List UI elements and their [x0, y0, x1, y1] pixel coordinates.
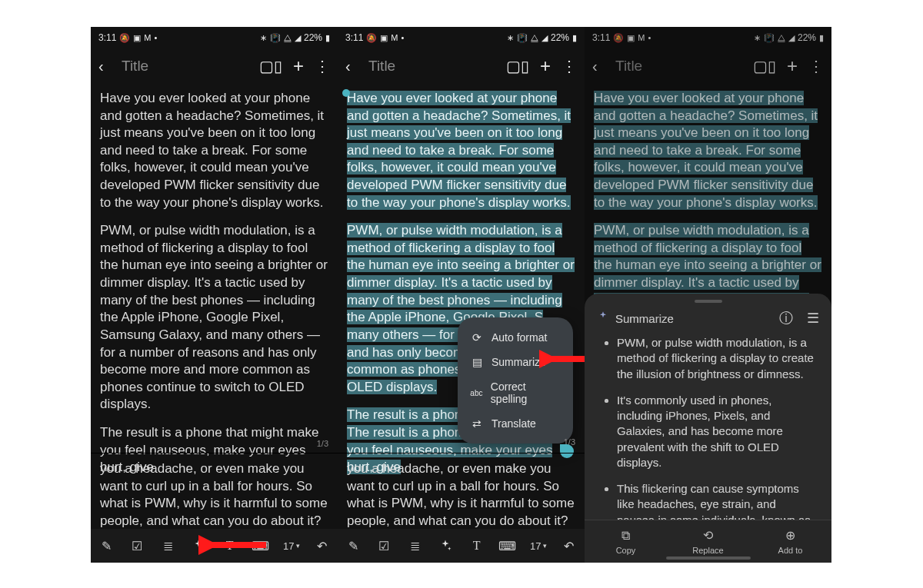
- phone-screenshot-1: 3:11 🔕 ▣ M • ∗ 📳 ⧋ ◢ 22% ▮ ‹ Title: [91, 27, 338, 563]
- menu-label: Correct spelling: [491, 380, 561, 405]
- drag-handle[interactable]: [695, 300, 722, 303]
- vibrate-icon: 📳: [270, 34, 281, 42]
- note-title-input[interactable]: Title: [611, 58, 753, 75]
- replace-icon: ⟲: [703, 528, 713, 543]
- note-title-input[interactable]: Title: [364, 58, 506, 75]
- copy-button[interactable]: ⧉ Copy: [585, 529, 667, 555]
- image-icon: ▣: [380, 34, 388, 42]
- bluetooth-icon: ∗: [754, 34, 761, 42]
- add-button[interactable]: +: [540, 55, 551, 77]
- battery-percent: 22%: [551, 32, 569, 43]
- status-bar: 3:11 🔕 ▣ M • ∗ 📳 ⧋ ◢ 22% ▮: [585, 27, 831, 48]
- add-to-label: Add to: [778, 546, 803, 555]
- add-button[interactable]: +: [787, 55, 798, 77]
- note-paragraph-1[interactable]: Have you ever looked at your phone and g…: [100, 90, 328, 211]
- mail-icon: M: [638, 34, 645, 42]
- translate-icon: ⇄: [470, 417, 484, 430]
- undo-button[interactable]: ↶: [558, 529, 581, 563]
- summarize-header: Summarize ⓘ ☰: [585, 306, 831, 335]
- text-style-button[interactable]: T: [465, 529, 488, 563]
- status-bar: 3:11 🔕 ▣ M • ∗ 📳 ⧋ ◢ 22% ▮: [338, 27, 585, 48]
- image-icon: ▣: [133, 34, 141, 42]
- menu-label: Summarize: [491, 356, 546, 368]
- list-format-button[interactable]: ☰: [807, 310, 819, 327]
- more-menu-button[interactable]: ⋮: [561, 57, 577, 75]
- undo-button[interactable]: ↶: [311, 529, 334, 563]
- menu-item-correct-spelling[interactable]: abc Correct spelling: [458, 374, 573, 411]
- signal-icon: ◢: [541, 34, 548, 42]
- mail-icon: M: [144, 34, 151, 42]
- auto-format-icon: ⟳: [470, 331, 484, 344]
- more-menu-button[interactable]: ⋮: [315, 57, 330, 75]
- font-button[interactable]: ⌨: [249, 529, 272, 563]
- ai-sparkle-icon: [597, 311, 609, 326]
- menu-item-summarize[interactable]: ▤ Summarize: [458, 350, 573, 374]
- note-header: ‹ Title ▢▯ + ⋮: [91, 48, 338, 84]
- reader-mode-icon[interactable]: ▢▯: [506, 57, 529, 75]
- spellcheck-icon: abc: [470, 389, 483, 397]
- text-align-button[interactable]: ≣: [403, 529, 426, 563]
- menu-item-translate[interactable]: ⇄ Translate: [458, 411, 573, 436]
- font-size-selector[interactable]: 17▾: [527, 529, 550, 563]
- silent-mode-icon: 🔕: [119, 34, 130, 42]
- ai-context-menu: ⟳ Auto format ▤ Summarize abc Correct sp…: [458, 317, 573, 443]
- status-time: 3:11: [98, 32, 116, 43]
- menu-label: Auto format: [491, 331, 547, 344]
- dot-icon: •: [402, 34, 405, 42]
- info-button[interactable]: ⓘ: [779, 309, 793, 327]
- ai-sparkle-button[interactable]: [187, 529, 210, 563]
- wifi-icon: ⧋: [284, 34, 292, 42]
- pen-tool-button[interactable]: ✎: [95, 529, 118, 563]
- note-body-upper[interactable]: Have you ever looked at your phone and g…: [91, 84, 338, 477]
- wifi-icon: ⧋: [778, 34, 785, 42]
- bluetooth-icon: ∗: [507, 34, 514, 42]
- checkbox-tool-button[interactable]: ☑: [372, 529, 395, 563]
- back-button[interactable]: ‹: [592, 58, 611, 75]
- replace-button[interactable]: ⟲ Replace: [668, 528, 749, 555]
- add-button[interactable]: +: [293, 55, 304, 77]
- tutorial-triptych: 3:11 🔕 ▣ M • ∗ 📳 ⧋ ◢ 22% ▮ ‹ Title: [0, 0, 923, 588]
- note-title-input[interactable]: Title: [117, 58, 259, 75]
- ai-sparkle-button[interactable]: [434, 529, 457, 563]
- note-body-upper-selected[interactable]: Have you ever looked at your phone and g…: [585, 84, 831, 327]
- format-toolbar: ✎ ☑ ≣ T ⌨ 17▾ ↶: [338, 529, 585, 563]
- back-button[interactable]: ‹: [98, 58, 117, 75]
- phone-screenshot-2: 3:11 🔕 ▣ M • ∗ 📳 ⧋ ◢ 22% ▮ ‹ Title: [338, 27, 585, 563]
- text-align-button[interactable]: ≣: [156, 529, 179, 563]
- font-size-selector[interactable]: 17▾: [280, 529, 303, 563]
- replace-label: Replace: [692, 546, 723, 555]
- bluetooth-icon: ∗: [260, 34, 267, 42]
- summary-content: PWM, or pulse width modulation, is a met…: [585, 335, 831, 520]
- silent-mode-icon: 🔕: [613, 34, 624, 42]
- text-style-button[interactable]: T: [218, 529, 242, 563]
- note-paragraph-1[interactable]: Have you ever looked at your phone and g…: [347, 90, 575, 211]
- note-paragraph-2[interactable]: PWM, or pulse width modulation, is a met…: [100, 222, 328, 414]
- reader-mode-icon[interactable]: ▢▯: [259, 57, 282, 75]
- font-button[interactable]: ⌨: [496, 529, 519, 563]
- reader-mode-icon[interactable]: ▢▯: [753, 57, 776, 75]
- summary-bullet-1: PWM, or pulse width modulation, is a met…: [617, 335, 815, 382]
- image-icon: ▣: [627, 34, 635, 42]
- more-menu-button[interactable]: ⋮: [808, 57, 824, 75]
- status-bar: 3:11 🔕 ▣ M • ∗ 📳 ⧋ ◢ 22% ▮: [91, 27, 338, 48]
- summarize-footer: ⧉ Copy ⟲ Replace ⊕ Add to: [585, 520, 831, 563]
- menu-item-auto-format[interactable]: ⟳ Auto format: [458, 325, 573, 350]
- summarize-panel: Summarize ⓘ ☰ PWM, or pulse width modula…: [585, 294, 831, 563]
- note-paragraph-1[interactable]: Have you ever looked at your phone and g…: [594, 90, 822, 211]
- phone-panels-row: 3:11 🔕 ▣ M • ∗ 📳 ⧋ ◢ 22% ▮ ‹ Title: [91, 27, 832, 563]
- phone-screenshot-3: 3:11 🔕 ▣ M • ∗ 📳 ⧋ ◢ 22% ▮ ‹ Title: [585, 27, 831, 563]
- battery-icon: ▮: [325, 34, 330, 42]
- battery-icon: ▮: [572, 34, 577, 42]
- summarize-title: Summarize: [615, 312, 765, 325]
- copy-icon: ⧉: [621, 529, 630, 543]
- mail-icon: M: [391, 34, 398, 42]
- status-time: 3:11: [345, 32, 363, 43]
- vibrate-icon: 📳: [517, 34, 528, 42]
- battery-percent: 22%: [304, 32, 322, 43]
- page-indicator: 1/3: [317, 439, 328, 448]
- home-indicator: [666, 556, 751, 560]
- checkbox-tool-button[interactable]: ☑: [125, 529, 148, 563]
- back-button[interactable]: ‹: [345, 58, 364, 75]
- pen-tool-button[interactable]: ✎: [342, 529, 365, 563]
- add-to-button[interactable]: ⊕ Add to: [750, 528, 831, 555]
